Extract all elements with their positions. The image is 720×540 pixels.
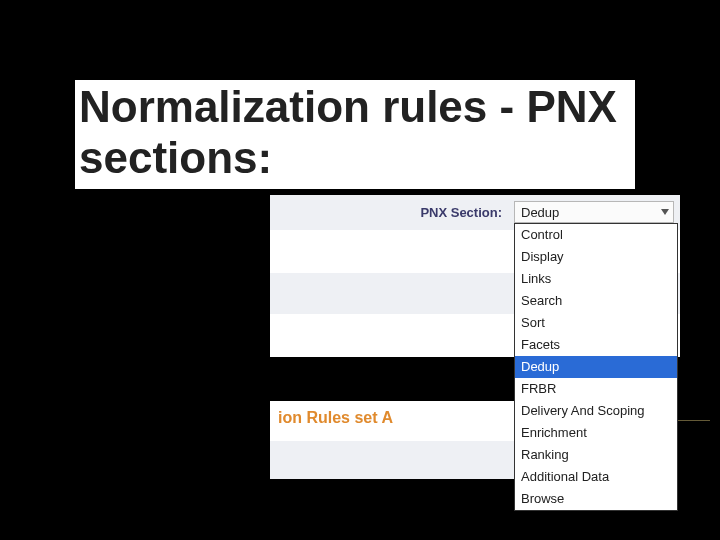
pnx-section-select[interactable]: Dedup [514,201,674,223]
rules-heading: ion Rules set A [278,409,393,426]
dropdown-option[interactable]: Additional Data [515,466,677,488]
label-empty-1 [270,231,508,272]
pnx-section-dropdown[interactable]: ControlDisplayLinksSearchSortFacetsDedup… [514,223,678,511]
rules-heading-row: ion Rules set A [270,401,514,441]
dropdown-option[interactable]: Dedup [515,356,677,378]
dropdown-option[interactable]: Browse [515,488,677,510]
dropdown-option[interactable]: Control [515,224,677,246]
dropdown-option[interactable]: Display [515,246,677,268]
dropdown-option[interactable]: Enrichment [515,422,677,444]
slide: Normalization rules - PNX sections: PNX … [0,0,720,540]
dropdown-option[interactable]: FRBR [515,378,677,400]
dropdown-option[interactable]: Links [515,268,677,290]
label-description: iption: [270,273,508,314]
pnx-section-selected: Dedup [521,205,559,220]
label-empty-2 [270,315,508,356]
chevron-down-icon [661,209,669,215]
dropdown-option[interactable]: Ranking [515,444,677,466]
row-spacer-3 [270,441,514,479]
page-title: Normalization rules - PNX sections: [75,80,635,189]
dropdown-option[interactable]: Search [515,290,677,312]
dropdown-option[interactable]: Delivery And Scoping [515,400,677,422]
label-pnx-section: PNX Section: [270,195,508,230]
dropdown-option[interactable]: Sort [515,312,677,334]
dropdown-option[interactable]: Facets [515,334,677,356]
